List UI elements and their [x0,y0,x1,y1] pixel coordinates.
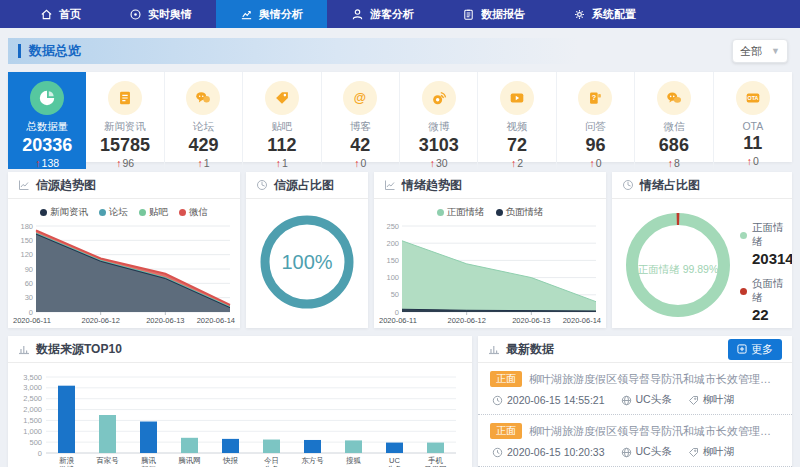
forum-chat-glyph [194,89,212,107]
up-arrow-icon: ↑ [589,157,594,169]
legend-item[interactable]: 正面情绪 [437,206,485,219]
pie-clock-icon [622,179,634,191]
svg-text:手机: 手机 [428,456,444,465]
top10-panel: 数据来源TOP10 05001,0001,5002,0002,5003,0003… [8,336,472,467]
nav-tab-label: 实时舆情 [148,7,192,22]
stat-card-blog[interactable]: @ 博客 42 ↑0 [322,72,400,169]
wechat-glyph [665,89,683,107]
stat-card-wechat[interactable]: 微信 686 ↑8 [635,72,713,169]
at-glyph: @ [351,89,369,107]
tag-icon [688,395,699,406]
svg-text:3,000: 3,000 [23,383,42,392]
emotion-pie-panel: 情绪占比图 正面情绪 99.89% 正面情绪 20314 负面情绪 22 [612,172,792,328]
stat-card-video[interactable]: 视频 72 ↑2 [478,72,556,169]
legend-item[interactable]: 新闻资讯 [40,206,88,219]
legend-item[interactable]: 微信 [179,206,208,219]
stat-card-news[interactable]: 新闻资讯 15785 ↑96 [86,72,164,169]
stat-value: 72 [478,134,555,157]
up-arrow-icon: ↑ [511,157,516,169]
legend-item[interactable]: 正面情绪 20314 [740,221,792,267]
nav-tab-analysis[interactable]: 舆情分析 [216,0,327,28]
sentiment-badge: 正面 [490,371,522,387]
legend-item[interactable]: 负面情绪 [496,206,544,219]
stat-card-qa[interactable]: ? 问答 96 ↑0 [557,72,635,169]
more-button[interactable]: 更多 [728,339,782,360]
item-tag: 柳叶湖 [688,445,735,459]
stat-value: 96 [557,134,634,157]
stat-value: 686 [635,134,712,157]
stat-label: 论坛 [165,120,242,134]
legend-item[interactable]: 负面情绪 22 [740,277,792,323]
stat-card-weibo[interactable]: 微博 3103 ↑30 [400,72,478,169]
svg-text:100: 100 [386,273,399,282]
up-arrow-icon: ↑ [747,155,752,167]
stat-value: 429 [165,134,242,157]
up-arrow-icon: ↑ [276,157,281,169]
svg-text:1,000: 1,000 [23,427,42,436]
stat-card-tieba[interactable]: 贴吧 112 ↑1 [243,72,321,169]
stat-delta: ↑1 [165,157,242,169]
nav-tab-visitor[interactable]: 游客分析 [327,0,438,28]
stat-card-ota[interactable]: OTA OTA 11 ↑0 [714,72,792,169]
legend-value: 22 [752,306,792,323]
source-pie-center-value: 100% [255,210,359,314]
svg-text:UC: UC [389,456,400,465]
pie-chart-icon [30,81,64,115]
svg-text:快报: 快报 [222,456,239,465]
svg-text:1,500: 1,500 [23,416,42,425]
settings-icon [573,8,586,21]
nav-tab-realtime[interactable]: 实时舆情 [105,0,216,28]
svg-text:?: ? [592,93,596,102]
svg-text:90: 90 [25,265,33,274]
stat-delta-value: 8 [674,157,680,169]
video-play-glyph [508,89,526,107]
plus-square-icon [737,344,747,354]
item-title[interactable]: 柳叶湖旅游度假区领导督导防汛和城市长效管理工作 [529,424,780,439]
stat-delta-value: 0 [596,157,602,169]
chevron-down-icon: ▼ [771,46,780,56]
nav-tab-home[interactable]: 首页 [16,0,105,28]
weibo-icon [422,81,456,115]
legend-item[interactable]: 论坛 [99,206,128,219]
svg-text:150: 150 [386,256,399,265]
up-arrow-icon: ↑ [116,157,121,169]
item-time: 2020-06-15 10:20:33 [492,445,605,459]
visitor-icon [351,8,364,21]
stat-value: 42 [322,134,399,157]
legend-dot [496,209,503,216]
stat-label: 微信 [635,120,712,134]
stat-delta: ↑1 [243,157,320,169]
nav-tab-settings[interactable]: 系统配置 [549,0,660,28]
legend-dot [740,288,747,295]
nav-tab-label: 舆情分析 [259,7,303,22]
item-meta: 2020-06-15 10:20:33 UC头条 柳叶湖 [492,445,780,459]
stat-card-total[interactable]: 总数据量 20336 ↑138 [8,72,86,169]
weibo-glyph [430,89,448,107]
bar-chart-icon [18,343,30,355]
legend-item[interactable]: 贴吧 [139,206,168,219]
stat-label: 博客 [322,120,399,134]
item-title[interactable]: 柳叶湖旅游度假区领导督导防汛和城市长效管理工作 [529,372,780,387]
panel-title: 最新数据 [506,341,554,358]
stat-delta-value: 96 [122,157,134,169]
list-item[interactable]: 正面 柳叶湖旅游度假区领导督导防汛和城市长效管理工作 2020-06-15 14… [478,363,792,414]
svg-text:2020-06-13: 2020-06-13 [512,316,550,325]
scope-filter-dropdown[interactable]: 全部 ▼ [732,39,788,63]
stat-delta: ↑0 [322,157,399,169]
svg-text:3,500: 3,500 [23,373,42,382]
item-time-text: 2020-06-15 14:55:21 [507,394,605,406]
filter-value: 全部 [740,44,762,59]
qa-glyph: ? [586,89,604,107]
legend-label: 正面情绪 [752,221,792,249]
bottom-row: 数据来源TOP10 05001,0001,5002,0002,5003,0003… [8,336,792,467]
emotion-pie-wrap: 正面情绪 99.89% [620,207,736,328]
legend-label: 负面情绪 [506,206,544,219]
panel-header: 数据来源TOP10 [8,336,472,363]
source-pie-wrap: 100% [255,210,359,314]
item-source: UC头条 [621,445,672,459]
stat-card-forum[interactable]: 论坛 429 ↑1 [165,72,243,169]
nav-tab-report[interactable]: 数据报告 [438,0,549,28]
list-item[interactable]: 正面 柳叶湖旅游度假区领导督导防汛和城市长效管理工作 2020-06-15 10… [478,414,792,466]
stat-delta-value: 0 [753,155,759,167]
legend-label: 新闻资讯 [50,206,88,219]
